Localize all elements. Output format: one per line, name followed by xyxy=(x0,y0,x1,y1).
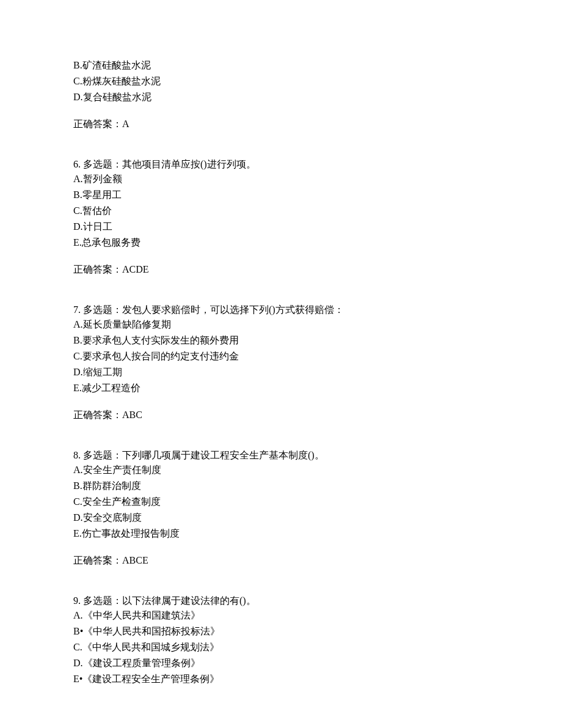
option-text: E.伤亡事故处理报告制度 xyxy=(73,526,489,541)
question-5-tail: B.矿渣硅酸盐水泥 C.粉煤灰硅酸盐水泥 D.复合硅酸盐水泥 正确答案：A xyxy=(73,58,489,131)
question-9: 9. 多选题：以下法律属于建设法律的有()。 A.《中华人民共和国建筑法》 B•… xyxy=(73,594,489,686)
option-text: A.《中华人民共和国建筑法》 xyxy=(73,608,489,623)
question-6: 6. 多选题：其他项目清单应按()进行列项。 A.暂列金额 B.零星用工 C.暂… xyxy=(73,157,489,277)
correct-answer: 正确答案：ABC xyxy=(73,408,489,422)
correct-answer: 正确答案：A xyxy=(73,117,489,131)
option-text: C.安全生产检查制度 xyxy=(73,495,489,509)
question-stem: 9. 多选题：以下法律属于建设法律的有()。 xyxy=(73,594,489,608)
question-stem: 8. 多选题：下列哪几项属于建设工程安全生产基本制度()。 xyxy=(73,448,489,463)
option-text: D.《建设工程质量管理条例》 xyxy=(73,656,489,671)
option-text: A.延长质量缺陷修复期 xyxy=(73,317,489,332)
option-text: A.安全生产责任制度 xyxy=(73,463,489,477)
option-text: B.矿渣硅酸盐水泥 xyxy=(73,58,489,73)
option-text: D.复合硅酸盐水泥 xyxy=(73,90,489,105)
correct-answer: 正确答案：ABCE xyxy=(73,553,489,568)
option-text: B•《中华人民共和国招标投标法》 xyxy=(73,624,489,639)
option-text: A.暂列金额 xyxy=(73,172,489,186)
option-text: B.要求承包人支付实际发生的额外费用 xyxy=(73,333,489,348)
question-8: 8. 多选题：下列哪几项属于建设工程安全生产基本制度()。 A.安全生产责任制度… xyxy=(73,448,489,568)
option-text: D.计日工 xyxy=(73,219,489,234)
option-text: D.安全交底制度 xyxy=(73,510,489,525)
question-7: 7. 多选题：发包人要求赔偿时，可以选择下列()方式获得赔偿： A.延长质量缺陷… xyxy=(73,303,489,422)
option-text: E.减少工程造价 xyxy=(73,381,489,395)
option-text: C.粉煤灰硅酸盐水泥 xyxy=(73,74,489,89)
option-text: D.缩短工期 xyxy=(73,365,489,380)
option-text: C.《中华人民共和国城乡规划法》 xyxy=(73,640,489,655)
option-text: B.群防群治制度 xyxy=(73,479,489,493)
question-stem: 6. 多选题：其他项目清单应按()进行列项。 xyxy=(73,157,489,172)
option-text: E.总承包服务费 xyxy=(73,235,489,250)
option-text: C.暂估价 xyxy=(73,204,489,218)
option-text: C.要求承包人按合同的约定支付违约金 xyxy=(73,349,489,364)
option-text: B.零星用工 xyxy=(73,188,489,202)
correct-answer: 正确答案：ACDE xyxy=(73,262,489,277)
option-text: E•《建设工程安全生产管理条例》 xyxy=(73,672,489,686)
question-stem: 7. 多选题：发包人要求赔偿时，可以选择下列()方式获得赔偿： xyxy=(73,303,489,317)
